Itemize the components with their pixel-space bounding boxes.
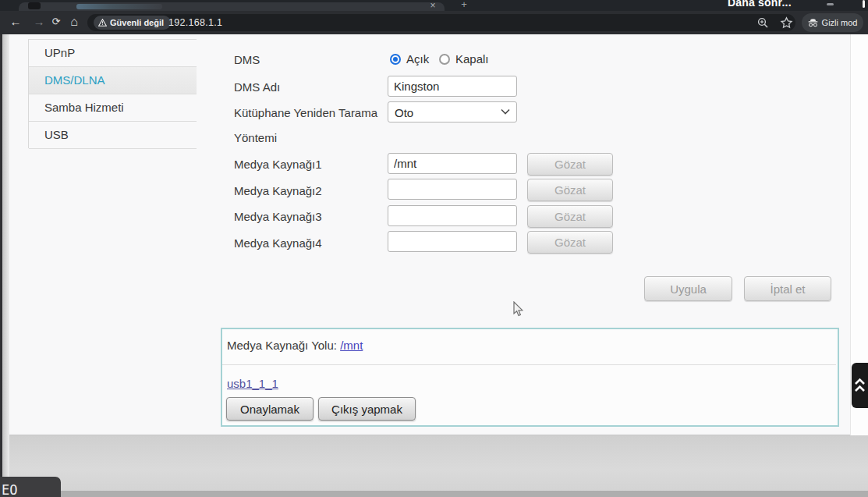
bookmark-star-icon[interactable]: [780, 16, 793, 30]
browse-button-2[interactable]: Gözat: [527, 179, 613, 201]
radio-kapali[interactable]: [439, 54, 450, 65]
incognito-label: Gizli mod: [822, 18, 858, 27]
zoom-icon[interactable]: [756, 16, 770, 30]
apply-button[interactable]: Uygula: [644, 276, 732, 301]
url-text[interactable]: 192.168.1.1: [168, 17, 222, 28]
media-source4-input[interactable]: [388, 231, 517, 252]
back-to-top-button[interactable]: [852, 363, 868, 408]
video-overlay-dash-icon: [827, 3, 834, 5]
media-source3-label: Medya Kaynağı3: [234, 210, 322, 223]
browser-tab[interactable]: ×: [19, 2, 445, 11]
browse-button-4[interactable]: Gözat: [527, 231, 613, 254]
media-source2-input[interactable]: [388, 179, 517, 200]
security-warning-label: Güvenli değil: [110, 18, 164, 27]
home-icon[interactable]: ⌂: [66, 14, 82, 30]
video-watermark: EO: [0, 477, 61, 497]
rescan-select[interactable]: Oto: [388, 101, 517, 122]
rescan-selected-value: Oto: [395, 106, 413, 119]
media-source1-input[interactable]: [388, 153, 517, 174]
dms-name-input[interactable]: [388, 76, 517, 97]
incognito-icon: [808, 19, 818, 27]
media-source2-label: Medya Kaynağı2: [234, 184, 322, 197]
browser-toolbar: ← → ⟳ ⌂ Güvenli değil 192.168.1.1: [0, 11, 868, 35]
panel-separator: [222, 364, 836, 365]
dms-name-label: DMS Adı: [234, 80, 280, 94]
radio-acik-label[interactable]: Açık: [406, 52, 429, 66]
security-warning-chip[interactable]: Güvenli değil: [94, 16, 171, 30]
browse-button-3[interactable]: Gözat: [527, 205, 613, 228]
cancel-button[interactable]: İptal et: [744, 276, 831, 301]
sidebar-item-dms-dlna[interactable]: DMS/DLNA: [29, 67, 197, 94]
confirm-button[interactable]: Onaylamak: [226, 397, 314, 421]
content-shadow: [9, 435, 850, 435]
warning-triangle-icon: [98, 19, 107, 27]
media-source1-label: Medya Kaynağı1: [234, 158, 322, 171]
reload-icon[interactable]: ⟳: [48, 14, 64, 30]
radio-acik[interactable]: [390, 54, 401, 65]
back-icon[interactable]: ←: [8, 14, 23, 30]
chevron-down-icon: [501, 108, 510, 115]
new-tab-icon[interactable]: +: [459, 0, 469, 9]
media-path-link[interactable]: /mnt: [340, 339, 363, 352]
sidebar-item-upnp[interactable]: UPnP: [29, 40, 197, 67]
usb-entry-link[interactable]: usb1_1_1: [227, 377, 278, 390]
dms-label: DMS: [234, 53, 260, 66]
sidebar-item-samba[interactable]: Samba Hizmeti: [29, 94, 197, 122]
browse-button-1[interactable]: Gözat: [527, 153, 613, 176]
address-bar[interactable]: Güvenli değil 192.168.1.1: [87, 14, 795, 31]
page-bottom-edge: [0, 491, 868, 497]
tab-title-blurred: [76, 4, 162, 9]
sidebar-item-usb[interactable]: USB: [29, 122, 197, 149]
media-path-label: Medya Kaynağı Yolu:: [227, 339, 337, 352]
dms-radio-group: Açık Kapalı: [390, 52, 562, 68]
tab-favicon: [28, 2, 41, 9]
mouse-cursor: [512, 301, 524, 318]
media-path-row: Medya Kaynağı Yolu: /mnt: [227, 339, 363, 352]
radio-kapali-label[interactable]: Kapalı: [455, 52, 489, 66]
forward-icon[interactable]: →: [31, 14, 47, 30]
left-gutter: [2, 34, 9, 497]
video-overlay-bar-icon: [863, 0, 865, 8]
rescan-label-line2: Yöntemi: [234, 131, 277, 144]
tab-close-icon[interactable]: ×: [427, 0, 438, 11]
video-overlay-title: Daha sonr...: [728, 0, 792, 9]
exit-button[interactable]: Çıkış yapmak: [318, 397, 416, 421]
rescan-label-line1: Kütüphane Yeniden Tarama: [234, 106, 377, 119]
page-bottom-band: [0, 435, 868, 497]
double-chevron-up-icon: [854, 377, 866, 394]
incognito-badge[interactable]: Gizli mod: [802, 13, 863, 32]
media-source3-input[interactable]: [388, 205, 517, 226]
media-source4-label: Medya Kaynağı4: [234, 236, 322, 250]
sidebar-nav: UPnP DMS/DLNA Samba Hizmeti USB: [28, 39, 197, 148]
